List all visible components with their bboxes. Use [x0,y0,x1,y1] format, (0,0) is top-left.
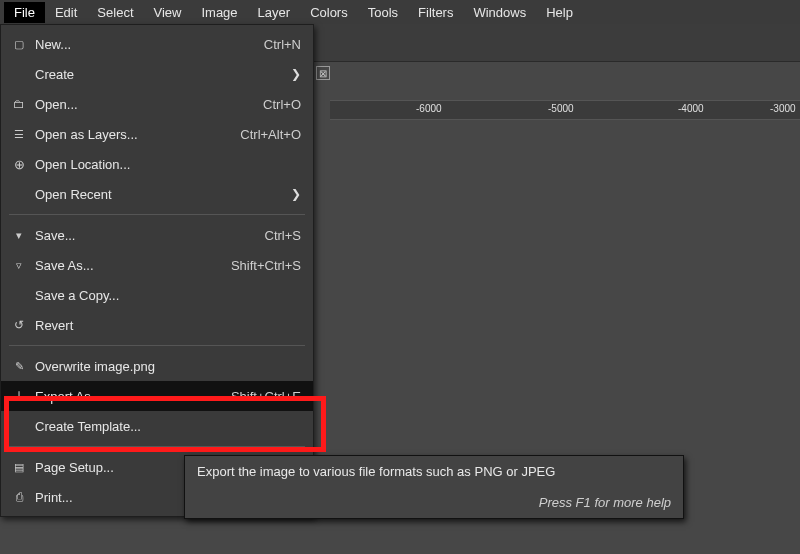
tooltip-text: Export the image to various file formats… [197,464,671,479]
menu-separator [9,214,305,215]
blank-icon [9,286,29,304]
blank-icon [9,65,29,83]
menu-separator [9,345,305,346]
menu-item-open-recent[interactable]: Open Recent❯ [1,179,313,209]
horizontal-ruler: -6000-5000-4000-3000 [330,100,800,120]
file-menu-dropdown: New...Ctrl+NCreate❯Open...Ctrl+OOpen as … [0,24,314,517]
menu-item-shortcut: Ctrl+N [264,37,301,52]
menu-item-open-as-layers[interactable]: Open as Layers...Ctrl+Alt+O [1,119,313,149]
menu-item-label: Save a Copy... [29,288,301,303]
menu-item-label: Save As... [29,258,231,273]
menu-help[interactable]: Help [536,2,583,23]
menu-file[interactable]: File [4,2,45,23]
tooltip-help-text: Press F1 for more help [197,495,671,510]
menubar: FileEditSelectViewImageLayerColorsToolsF… [0,0,800,24]
blank-icon [9,185,29,203]
menu-item-create[interactable]: Create❯ [1,59,313,89]
menu-item-label: Open as Layers... [29,127,240,142]
blank-icon [9,417,29,435]
print-icon [9,488,29,506]
menu-select[interactable]: Select [87,2,143,23]
layers-icon [9,125,29,143]
tooltip: Export the image to various file formats… [184,455,684,519]
menu-view[interactable]: View [144,2,192,23]
menu-item-save-as[interactable]: Save As...Shift+Ctrl+S [1,250,313,280]
globe-icon [9,155,29,173]
menu-item-label: Save... [29,228,265,243]
overwrite-icon [9,357,29,375]
saveas-icon [9,256,29,274]
menu-item-open[interactable]: Open...Ctrl+O [1,89,313,119]
pagesetup-icon [9,458,29,476]
menu-windows[interactable]: Windows [463,2,536,23]
menu-item-shortcut: Shift+Ctrl+S [231,258,301,273]
menu-tools[interactable]: Tools [358,2,408,23]
menu-layer[interactable]: Layer [248,2,301,23]
menu-item-label: Open Recent [29,187,289,202]
menu-filters[interactable]: Filters [408,2,463,23]
menu-item-label: Open Location... [29,157,301,172]
revert-icon [9,316,29,334]
menu-item-label: Create Template... [29,419,301,434]
menu-item-shortcut: Shift+Ctrl+E [231,389,301,404]
chevron-right-icon: ❯ [289,187,301,201]
menu-item-shortcut: Ctrl+O [263,97,301,112]
menu-item-revert[interactable]: Revert [1,310,313,340]
menu-item-shortcut: Ctrl+S [265,228,301,243]
menu-edit[interactable]: Edit [45,2,87,23]
doc-icon [9,35,29,53]
menu-separator [9,446,305,447]
menu-item-label: Overwrite image.png [29,359,301,374]
menu-item-new[interactable]: New...Ctrl+N [1,29,313,59]
menu-item-overwrite-image-png[interactable]: Overwrite image.png [1,351,313,381]
menu-item-save[interactable]: Save...Ctrl+S [1,220,313,250]
menu-colors[interactable]: Colors [300,2,358,23]
menu-item-save-a-copy[interactable]: Save a Copy... [1,280,313,310]
tab-close-button[interactable]: ⊠ [316,66,330,80]
menu-item-export-as[interactable]: Export As...Shift+Ctrl+E [1,381,313,411]
folder-icon [9,95,29,113]
menu-item-open-location[interactable]: Open Location... [1,149,313,179]
menu-item-create-template[interactable]: Create Template... [1,411,313,441]
chevron-right-icon: ❯ [289,67,301,81]
menu-item-label: Export As... [29,389,231,404]
menu-item-label: Create [29,67,289,82]
menu-image[interactable]: Image [191,2,247,23]
menu-item-label: New... [29,37,264,52]
menu-item-shortcut: Ctrl+Alt+O [240,127,301,142]
export-icon [9,387,29,405]
menu-item-label: Revert [29,318,301,333]
menu-item-label: Open... [29,97,263,112]
ruler-ticks [330,105,800,119]
save-icon [9,226,29,244]
